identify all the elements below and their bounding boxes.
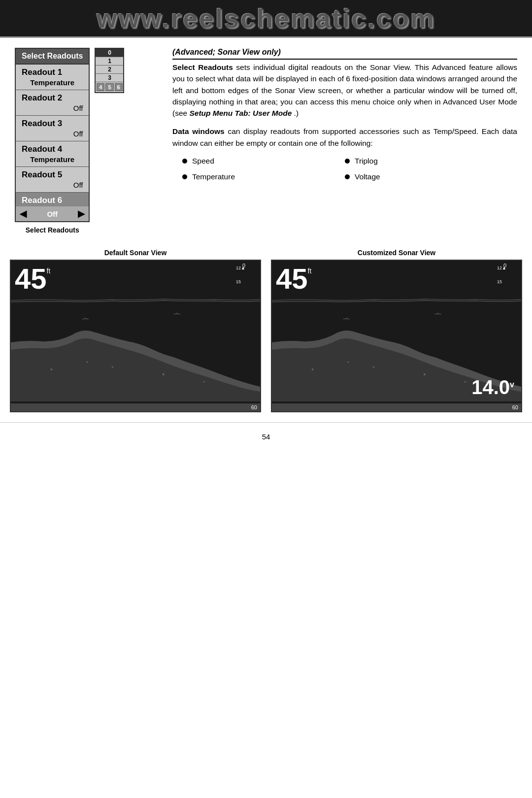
customized-sonar-label: Customized Sonar View [271, 249, 522, 257]
menu-and-diagram: Select Readouts Readout 1 Temperature Re… [15, 48, 124, 234]
readout-6-value: Off [47, 210, 58, 218]
diagram-row-0: 0 [96, 49, 123, 57]
bullet-list: Speed Temperature Triplog Voltage [172, 157, 517, 188]
custom-voltage-value: 14.0 [471, 376, 510, 398]
svg-point-3 [51, 368, 53, 370]
bullet-dot-voltage [345, 174, 350, 179]
readout-3-title: Readout 3 [16, 116, 89, 130]
svg-text:~^~: ~^~ [434, 312, 441, 316]
svg-point-15 [465, 381, 466, 383]
sonar-section: Default Sonar View 45 ft 56 °f 1721 0 [0, 249, 532, 412]
description-para2: Data windows can display readouts from s… [172, 126, 517, 149]
customized-sonar-view: Customized Sonar View 45 ft 3.1 mph 56 [271, 249, 522, 412]
bullet-triplog-label: Triplog [355, 157, 378, 166]
readout-4-title: Readout 4 [16, 141, 89, 155]
svg-point-13 [372, 366, 374, 368]
diagram-box: 0 1 2 3 4 5 6 [95, 48, 124, 93]
description-para1: Select Readouts sets individual digital … [172, 62, 517, 119]
custom-depth-value: 45 [276, 265, 308, 293]
svg-text:~^~: ~^~ [343, 317, 350, 321]
svg-point-11 [312, 368, 314, 370]
select-readouts-caption: Select Readouts [15, 226, 90, 234]
bullet-triplog: Triplog [345, 157, 507, 166]
readout-5-item[interactable]: Readout 5 Off [16, 167, 89, 193]
bullet-dot-temperature [182, 174, 187, 179]
readout-position-diagram: 0 1 2 3 4 5 6 [95, 48, 124, 93]
select-readouts-menu: Select Readouts Readout 1 Temperature Re… [15, 48, 90, 234]
bullet-voltage: Voltage [345, 172, 507, 181]
bullet-temperature: Temperature [182, 172, 345, 181]
bullet-speed-label: Speed [192, 157, 214, 166]
readout-6-right-arrow[interactable]: ▶ [78, 208, 85, 219]
diagram-row-multi: 4 5 6 [96, 82, 123, 92]
readout-2-title: Readout 2 [16, 90, 89, 104]
menu-container: Select Readouts Readout 1 Temperature Re… [15, 48, 90, 222]
svg-point-14 [424, 373, 426, 375]
setup-menu-ref: Setup Menu Tab: User Mode [189, 109, 292, 117]
readout-2-item[interactable]: Readout 2 Off [16, 90, 89, 116]
select-readouts-bold: Select Readouts [172, 63, 233, 71]
readout-6-nav[interactable]: ◀ Off ▶ [16, 206, 89, 221]
readout-1-value: Temperature [16, 78, 89, 90]
page-number: 54 [0, 422, 532, 446]
right-column: (Advanced; Sonar View only) Select Reado… [172, 48, 517, 234]
svg-point-7 [203, 381, 205, 383]
bullet-col-left: Speed Temperature [182, 157, 345, 188]
svg-point-6 [163, 373, 165, 375]
para1-end: .) [294, 109, 299, 117]
default-bottom-bar: 60 [11, 403, 260, 411]
default-sonar-image: 45 ft 56 °f 1721 0 12▲ 15 21 26 [10, 260, 261, 412]
custom-bottom-value: 60 [512, 404, 518, 410]
custom-bottom-bar: 60 [272, 403, 521, 411]
default-depth-unit: ft [47, 267, 51, 274]
diagram-cell-5: 5 [105, 83, 113, 91]
readout-2-value: Off [16, 104, 89, 115]
menu-header: Select Readouts [16, 49, 89, 65]
bullet-col-right: Triplog Voltage [345, 157, 507, 188]
customized-sonar-image: 45 ft 3.1 mph 56 °f 1721 2:47 2.76sm [271, 260, 522, 412]
readout-3-item[interactable]: Readout 3 Off [16, 116, 89, 141]
readout-6-item[interactable]: Readout 6 ◀ Off ▶ [16, 193, 89, 221]
svg-text:~^~: ~^~ [82, 317, 89, 321]
default-bottom-value: 60 [251, 404, 257, 410]
readout-4-value: Temperature [16, 155, 89, 166]
diagram-cell-4: 4 [97, 83, 104, 91]
default-sonar-label: Default Sonar View [10, 249, 261, 257]
site-banner: www.reelschematic.com [0, 0, 532, 38]
diagram-cell-6: 6 [115, 83, 123, 91]
readout-3-value: Off [16, 130, 89, 141]
bullet-dot-speed [182, 159, 187, 164]
readout-5-title: Readout 5 [16, 167, 89, 181]
bullet-speed: Speed [182, 157, 345, 166]
svg-point-5 [111, 366, 113, 368]
readout-6-title: Readout 6 [16, 193, 89, 206]
diagram-row-1: 1 [96, 57, 123, 66]
default-sonar-view: Default Sonar View 45 ft 56 °f 1721 0 [10, 249, 261, 412]
default-terrain-svg: ~^~ ~^~ [11, 293, 260, 401]
left-column: Select Readouts Readout 1 Temperature Re… [15, 48, 158, 234]
advanced-label: (Advanced; Sonar View only) [172, 48, 517, 60]
bullet-temperature-label: Temperature [192, 172, 235, 181]
custom-depth-unit: ft [308, 267, 312, 274]
readout-6-left-arrow[interactable]: ◀ [20, 208, 27, 219]
custom-voltage-display: 14.0v [471, 376, 514, 399]
bullet-voltage-label: Voltage [355, 172, 380, 181]
svg-text:~^~: ~^~ [173, 312, 180, 316]
readout-5-value: Off [16, 181, 89, 192]
data-windows-bold: Data windows [172, 127, 225, 135]
bullet-dot-triplog [345, 159, 350, 164]
custom-voltage-unit: v [510, 380, 514, 389]
readout-1-item[interactable]: Readout 1 Temperature [16, 65, 89, 90]
readout-1-title: Readout 1 [16, 65, 89, 78]
svg-point-4 [86, 362, 88, 363]
svg-point-12 [347, 362, 349, 363]
default-depth-value: 45 [15, 265, 47, 293]
diagram-row-3: 3 [96, 74, 123, 82]
diagram-row-2: 2 [96, 66, 123, 74]
sonar-views: Default Sonar View 45 ft 56 °f 1721 0 [10, 249, 522, 412]
readout-4-item[interactable]: Readout 4 Temperature [16, 141, 89, 167]
banner-text: www.reelschematic.com [97, 3, 435, 33]
